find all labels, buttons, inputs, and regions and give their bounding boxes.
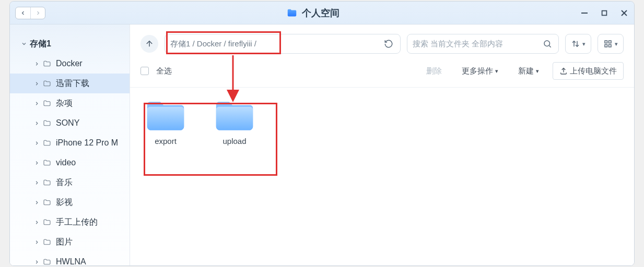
- search-placeholder: 搜索 当前文件夹 全部内容: [413, 39, 542, 49]
- maximize-button[interactable]: [600, 8, 609, 18]
- sidebar-item[interactable]: video: [10, 153, 130, 173]
- sidebar-item[interactable]: 图片: [10, 232, 130, 252]
- body: 存储1 Docker迅雷下载杂项SONYiPhone 12 Pro Mvideo…: [10, 25, 634, 265]
- upload-button[interactable]: 上传电脑文件: [553, 62, 624, 80]
- sidebar-item[interactable]: 影视: [10, 192, 130, 212]
- svg-rect-11: [605, 45, 607, 47]
- new-button[interactable]: 新建 ▾: [512, 62, 545, 80]
- search-box[interactable]: 搜索 当前文件夹 全部内容: [407, 34, 559, 54]
- sidebar-item-label: 手工上传的: [56, 217, 98, 228]
- folder-outline-icon: [42, 258, 52, 265]
- window: 个人空间 存储1 Docker迅雷下载杂项SONYiPhone 12 Pro M…: [9, 1, 635, 266]
- sidebar-item[interactable]: 迅雷下载: [10, 74, 130, 93]
- sidebar-item[interactable]: Docker: [10, 54, 130, 74]
- chevron-right-icon: [33, 81, 40, 87]
- forward-button[interactable]: [30, 7, 45, 19]
- back-button[interactable]: [16, 7, 30, 19]
- folder-name: export: [155, 137, 177, 145]
- sidebar-item-label: Docker: [56, 59, 83, 68]
- folder-outline-icon: [42, 178, 52, 187]
- sidebar-root[interactable]: 存储1: [10, 34, 130, 54]
- chevron-right-icon: [33, 101, 40, 106]
- sidebar-item[interactable]: 杂项: [10, 93, 130, 113]
- sidebar-item[interactable]: SONY: [10, 113, 130, 133]
- sidebar-item-label: 迅雷下载: [56, 78, 89, 89]
- chevron-right-icon: [33, 239, 40, 245]
- chevron-right-icon: [33, 180, 40, 186]
- svg-line-6: [549, 45, 551, 47]
- chevron-down-icon: [20, 41, 28, 47]
- breadcrumb: 存储1 / Docker / fireflyiii /: [170, 39, 382, 49]
- chevron-right-icon: [33, 220, 40, 225]
- titlebar: 个人空间: [10, 2, 634, 25]
- chevron-down-icon: ▾: [536, 68, 539, 75]
- chevron-right-icon: [33, 259, 40, 265]
- chevron-right-icon: [33, 120, 40, 126]
- close-button[interactable]: [619, 8, 629, 18]
- more-actions-button[interactable]: 更多操作 ▾: [455, 62, 505, 80]
- content: exportupload: [130, 88, 634, 265]
- upload-label: 上传电脑文件: [570, 66, 617, 76]
- select-all-label: 全选: [156, 66, 172, 76]
- folder-outline-icon: [42, 238, 52, 246]
- sidebar-item-label: HWLNA: [56, 257, 86, 265]
- window-title-area: 个人空间: [45, 7, 580, 19]
- chevron-right-icon: [33, 160, 40, 166]
- svg-rect-10: [609, 41, 612, 43]
- folder-icon: [145, 98, 186, 131]
- chevron-down-icon: ▾: [615, 41, 618, 47]
- svg-rect-1: [602, 10, 607, 15]
- sidebar-item[interactable]: iPhone 12 Pro M: [10, 133, 130, 153]
- folder-icon: [214, 98, 255, 131]
- toolbar-actions: 全选 删除 更多操作 ▾ 新建 ▾ 上传电脑文件: [130, 58, 634, 88]
- chevron-down-icon: ▾: [582, 41, 586, 47]
- path-box[interactable]: 存储1 / Docker / fireflyiii /: [165, 34, 401, 54]
- folder-icon: [286, 7, 298, 19]
- new-label: 新建: [518, 66, 534, 76]
- sidebar-item-label: 图片: [56, 237, 73, 248]
- chevron-right-icon: [33, 61, 40, 67]
- sidebar-item-label: SONY: [56, 118, 79, 128]
- folder-item[interactable]: export: [140, 98, 191, 145]
- folder-outline-icon: [42, 159, 52, 167]
- item-grid: exportupload: [140, 98, 624, 145]
- nav-buttons: [15, 7, 45, 19]
- sidebar-item[interactable]: HWLNA: [10, 252, 130, 265]
- folder-item[interactable]: upload: [209, 98, 260, 145]
- folder-name: upload: [223, 137, 246, 145]
- sidebar-item-label: video: [56, 158, 76, 167]
- folder-outline-icon: [42, 79, 52, 88]
- minimize-button[interactable]: [580, 8, 589, 18]
- svg-point-5: [544, 41, 550, 46]
- folder-outline-icon: [42, 218, 52, 226]
- select-all-checkbox[interactable]: [140, 67, 149, 75]
- folder-outline-icon: [42, 99, 52, 107]
- folder-outline-icon: [42, 198, 52, 207]
- sidebar: 存储1 Docker迅雷下载杂项SONYiPhone 12 Pro Mvideo…: [10, 25, 130, 265]
- delete-button[interactable]: 删除: [420, 62, 448, 80]
- folder-outline-icon: [42, 119, 52, 127]
- sidebar-item-label: 杂项: [56, 98, 73, 109]
- sidebar-item[interactable]: 音乐: [10, 173, 130, 192]
- sort-button[interactable]: ▾: [565, 34, 591, 54]
- sidebar-item-label: 音乐: [56, 177, 73, 188]
- svg-rect-9: [605, 41, 607, 43]
- chevron-right-icon: [33, 140, 40, 146]
- sidebar-root-label: 存储1: [30, 39, 51, 50]
- main: 存储1 / Docker / fireflyiii / 搜索 当前文件夹 全部内…: [130, 25, 634, 265]
- sidebar-item[interactable]: 手工上传的: [10, 212, 130, 232]
- svg-rect-12: [609, 45, 612, 47]
- sidebar-item-label: iPhone 12 Pro M: [56, 138, 118, 148]
- window-title: 个人空间: [302, 7, 339, 19]
- chevron-right-icon: [33, 200, 40, 205]
- more-actions-label: 更多操作: [462, 66, 493, 76]
- folder-outline-icon: [42, 139, 52, 147]
- search-icon: [542, 39, 553, 48]
- window-controls: [580, 8, 629, 18]
- folder-outline-icon: [42, 59, 52, 68]
- chevron-down-icon: ▾: [495, 68, 498, 75]
- toolbar-path: 存储1 / Docker / fireflyiii / 搜索 当前文件夹 全部内…: [130, 25, 634, 58]
- up-button[interactable]: [140, 35, 158, 53]
- view-mode-button[interactable]: ▾: [598, 34, 624, 54]
- reload-button[interactable]: [382, 39, 395, 48]
